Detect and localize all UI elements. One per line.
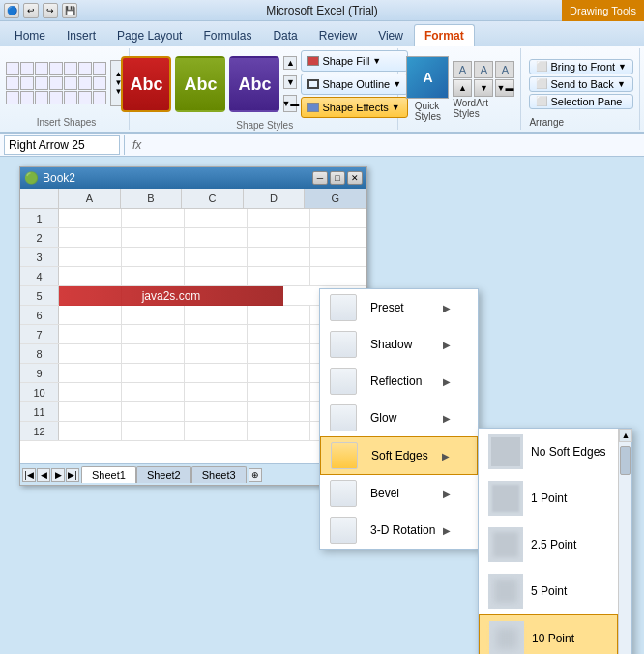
menu-item-soft-edges[interactable]: Soft Edges ▶ [320,436,478,475]
preset-submenu-arrow: ▶ [443,303,451,313]
shape-icon[interactable] [20,76,34,90]
style-btn-red[interactable]: Abc [121,56,171,112]
name-box[interactable] [4,135,120,155]
save-btn[interactable]: 💾 [62,3,77,18]
tab-insert[interactable]: Insert [56,24,106,46]
menu-item-shadow[interactable]: Shadow ▶ [320,326,478,363]
cell-a1[interactable] [59,209,122,227]
soft-edge-10pt[interactable]: 10 Point [479,614,618,654]
shape-icon[interactable] [35,91,48,104]
menu-item-reflection[interactable]: Reflection ▶ [320,363,478,400]
sheet-nav-prev[interactable]: ◀ [37,468,50,482]
shape-icon[interactable] [6,76,19,90]
shape-icon[interactable] [6,91,19,104]
sheet-nav-first[interactable]: |◀ [22,468,36,482]
shape-icon[interactable] [6,62,19,75]
excel-window-buttons: ─ □ ✕ [312,171,363,185]
sheet-tab-1[interactable]: Sheet1 [81,466,136,483]
sheet-tab-2[interactable]: Sheet2 [136,466,191,483]
tab-formulas[interactable]: Formulas [192,24,262,46]
insert-sheet-btn[interactable]: ⊕ [249,468,262,482]
sheet-nav-last[interactable]: ▶| [66,468,79,482]
quick-styles-preview[interactable]: A [406,56,449,99]
shape-icon[interactable] [20,62,34,75]
soft-edge-no-soft[interactable]: No Soft Edges [479,429,618,475]
shape-icon[interactable] [93,91,106,104]
tab-page-layout[interactable]: Page Layout [106,24,192,46]
shape-icon[interactable] [64,76,77,90]
col-header-g[interactable]: G [305,189,366,208]
styles-down-btn[interactable]: ▼ [283,75,297,89]
bring-forward-arrow[interactable]: ▼ [618,62,627,72]
shape-icon[interactable] [64,62,77,75]
shape-icon[interactable] [35,62,48,75]
shape-icon[interactable] [49,91,63,104]
excel-minimize-btn[interactable]: ─ [312,171,328,185]
undo-btn[interactable]: ↩ [23,3,39,18]
wordart-fill-btn[interactable]: A [453,61,472,78]
shape-icon[interactable] [49,62,63,75]
wordart-outline-btn[interactable]: A [474,61,493,78]
wordart-row1: A A A [453,61,514,78]
excel-restore-btn[interactable]: □ [330,171,345,185]
send-to-back-btn[interactable]: ⬜ Send to Back ▼ [529,76,633,92]
col-header-b[interactable]: B [121,189,183,208]
style-btn-green[interactable]: Abc [175,56,225,112]
scroll-up-btn[interactable]: ▲ [619,429,632,442]
soft-edge-2-5pt[interactable]: 2.5 Point [479,521,618,568]
tab-view[interactable]: View [367,24,414,46]
col-header-a[interactable]: A [59,189,121,208]
shape-in-sheet[interactable]: java2s.com [59,286,283,306]
soft-edge-1pt[interactable]: 1 Point [479,475,618,521]
send-back-arrow[interactable]: ▼ [617,79,626,89]
shape-icon[interactable] [78,76,92,90]
effects-dropdown-arrow[interactable]: ▼ [392,103,400,112]
menu-item-glow[interactable]: Glow ▶ [320,400,478,436]
redo-btn[interactable]: ↪ [43,3,58,18]
wordart-effects-btn[interactable]: A [495,61,514,78]
menu-item-preset[interactable]: Preset ▶ [320,289,478,326]
tab-review[interactable]: Review [308,24,367,46]
shape-icon[interactable] [78,91,92,104]
wordart-small-btn3[interactable]: ▼▬ [495,79,514,97]
col-header-c[interactable]: C [182,189,244,208]
excel-close-btn[interactable]: ✕ [347,171,363,185]
menu-item-3d-rotation[interactable]: 3-D Rotation ▶ [320,512,478,549]
wordart-small-btn2[interactable]: ▼ [474,79,493,97]
styles-more-btn[interactable]: ▼▬ [283,95,297,112]
shape-effects-btn[interactable]: Shape Effects ▼ [301,97,408,118]
scroll-thumb[interactable] [620,446,631,475]
shape-icon[interactable] [93,76,106,90]
shape-icon[interactable] [20,91,34,104]
tab-home[interactable]: Home [4,24,56,46]
soft-edges-list: No Soft Edges 1 Point 2.5 Point [479,429,618,654]
sheet-nav-next[interactable]: ▶ [51,468,65,482]
sheet-tab-3[interactable]: Sheet3 [191,466,247,483]
shape-icon[interactable] [35,76,48,90]
shape-fill-btn[interactable]: Shape Fill ▼ [301,50,408,72]
shape-icon[interactable] [78,62,92,75]
menu-item-bevel[interactable]: Bevel ▶ [320,475,478,512]
fill-dropdown-arrow[interactable]: ▼ [372,56,381,66]
reflection-icon [330,368,357,395]
column-headers: A B C D G [20,189,366,209]
formula-input[interactable] [149,135,640,155]
soft-edge-5pt[interactable]: 5 Point [479,568,618,614]
tab-data[interactable]: Data [262,24,307,46]
bring-to-front-btn[interactable]: ⬜ Bring to Front ▼ [529,59,633,74]
wordart-small-btn[interactable]: ▲ [453,79,472,97]
table-row: 3 [20,248,366,267]
selection-pane-btn[interactable]: ⬜ Selection Pane [529,94,633,109]
shape-icon[interactable] [64,91,77,104]
styles-up-btn[interactable]: ▲ [283,56,297,70]
shape-icon[interactable] [49,76,63,90]
shadow-icon [330,331,357,358]
shape-icon[interactable] [93,62,106,75]
bevel-submenu-arrow: ▶ [443,489,451,499]
col-header-d[interactable]: D [244,189,306,208]
office-btn[interactable]: 🔵 [4,3,19,18]
style-btn-purple[interactable]: Abc [229,56,279,112]
tab-format[interactable]: Format [414,24,475,46]
quick-styles-label: QuickStyles [415,101,441,122]
shape-outline-btn[interactable]: Shape Outline ▼ [301,74,408,95]
